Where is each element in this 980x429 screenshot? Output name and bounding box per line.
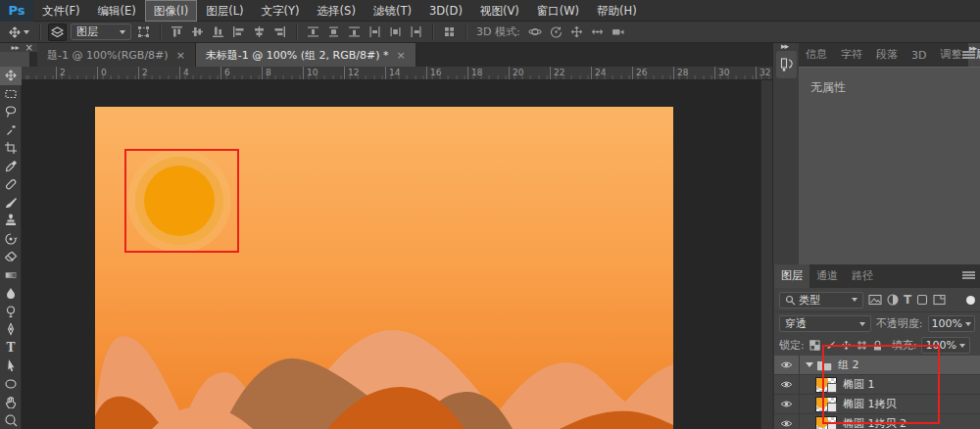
menu-type[interactable]: 文字(Y): [253, 0, 309, 22]
collapse-icon[interactable]: ▸▸: [12, 44, 20, 52]
visibility-cell[interactable]: [774, 414, 800, 429]
align-right-button[interactable]: [271, 24, 288, 41]
3d-slide-button[interactable]: [589, 24, 606, 41]
history-panel-button[interactable]: [776, 51, 797, 78]
align-top-button[interactable]: [169, 24, 185, 41]
lasso-tool[interactable]: [0, 103, 22, 121]
spot-healing-brush-tool[interactable]: [0, 175, 22, 194]
eyedropper-tool[interactable]: [0, 158, 22, 176]
layer-filter-dropdown[interactable]: 类型: [779, 292, 863, 309]
panel-tab[interactable]: 信息: [799, 43, 834, 67]
menu-filter[interactable]: 滤镜(T): [365, 0, 420, 22]
layer-row[interactable]: 椭圆 1: [774, 375, 980, 395]
document-canvas[interactable]: [95, 107, 673, 429]
visibility-cell[interactable]: [774, 375, 800, 394]
menu-edit[interactable]: 编辑(E): [89, 0, 145, 22]
history-brush-tool[interactable]: [0, 230, 22, 249]
distribute-bottom-button[interactable]: [346, 24, 363, 41]
layer-thumbnail[interactable]: [815, 377, 837, 393]
fill-field[interactable]: 100%: [921, 337, 970, 354]
layer-row[interactable]: 椭圆 1拷贝 2: [774, 414, 980, 429]
auto-select-target-dropdown[interactable]: 图层: [71, 24, 131, 40]
distribute-horizontal-center-button[interactable]: [387, 24, 404, 41]
rectangular-marquee-tool[interactable]: [0, 85, 22, 104]
panel-menu-icon[interactable]: [962, 271, 975, 280]
dock-collapse-icon[interactable]: ▸▸: [781, 42, 788, 51]
distribute-vertical-center-button[interactable]: [325, 24, 342, 41]
smart-object-filter-icon[interactable]: [933, 294, 946, 306]
panel-tab[interactable]: 段落: [869, 43, 905, 67]
canvas-work-area[interactable]: [22, 80, 772, 429]
layer-thumbnail[interactable]: [815, 397, 837, 412]
lock-artboard-icon[interactable]: [857, 340, 867, 351]
dodge-tool[interactable]: [0, 303, 22, 321]
document-tab-1[interactable]: 题-1 @ 100%(RGB/8#) ×: [37, 43, 196, 67]
document-tab-2[interactable]: 未标题-1 @ 100% (组 2, RGB/8#) * ×: [196, 43, 416, 67]
pixel-layer-filter-icon[interactable]: [868, 294, 882, 306]
panel-tab[interactable]: 字符: [834, 43, 869, 67]
menu-window[interactable]: 窗口(W): [528, 0, 588, 22]
layer-filter-toggle[interactable]: [966, 296, 975, 305]
brush-tool[interactable]: [0, 194, 22, 213]
layer-row[interactable]: 椭圆 1拷贝: [774, 395, 980, 414]
quick-selection-tool[interactable]: [0, 121, 22, 140]
adjustment-layer-filter-icon[interactable]: [887, 294, 899, 306]
zoom-tool[interactable]: [0, 411, 22, 429]
close-icon[interactable]: ×: [25, 44, 33, 52]
align-bottom-button[interactable]: [210, 24, 226, 41]
distribute-spacing-button[interactable]: [441, 24, 458, 41]
align-vertical-center-button[interactable]: [189, 24, 206, 41]
lock-position-icon[interactable]: [841, 340, 852, 351]
menu-layer[interactable]: 图层(L): [197, 0, 252, 22]
type-layer-filter-icon[interactable]: T: [904, 293, 911, 307]
lock-all-icon[interactable]: [872, 340, 883, 352]
panel-tab[interactable]: 路径: [845, 264, 880, 288]
path-selection-tool[interactable]: [0, 357, 22, 375]
vertical-scrollbar[interactable]: [760, 80, 772, 429]
type-tool[interactable]: T: [0, 339, 22, 358]
blend-mode-dropdown[interactable]: 穿透: [779, 315, 871, 332]
move-tool[interactable]: [0, 67, 22, 85]
show-transform-controls-toggle[interactable]: [135, 24, 152, 41]
ellipse-shape-tool[interactable]: [0, 375, 22, 394]
align-left-button[interactable]: [230, 24, 247, 41]
visibility-cell[interactable]: [774, 395, 800, 413]
horizontal-ruler[interactable]: 202468101214161820222426283032: [22, 67, 772, 80]
group-expand-caret[interactable]: [806, 362, 813, 367]
menu-view[interactable]: 视图(V): [471, 0, 528, 22]
panel-tab[interactable]: 图层: [774, 264, 809, 288]
gradient-tool[interactable]: [0, 266, 22, 285]
menu-help[interactable]: 帮助(H): [588, 0, 646, 22]
crop-tool[interactable]: [0, 139, 22, 158]
lock-image-pixels-icon[interactable]: [825, 340, 836, 351]
visibility-cell[interactable]: [774, 356, 800, 374]
close-icon[interactable]: ×: [176, 49, 185, 62]
lock-transparent-pixels-icon[interactable]: [809, 340, 820, 351]
layer-row-group[interactable]: 组 2: [774, 356, 980, 375]
hand-tool[interactable]: [0, 393, 22, 411]
opacity-field[interactable]: 100%: [928, 315, 975, 332]
panel-menu-icon[interactable]: [962, 51, 975, 60]
panel-tab[interactable]: 通道: [809, 264, 845, 288]
auto-select-toggle[interactable]: [48, 24, 67, 41]
menu-select[interactable]: 选择(S): [309, 0, 365, 22]
align-horizontal-center-button[interactable]: [251, 24, 268, 41]
pen-tool[interactable]: [0, 320, 22, 339]
eraser-tool[interactable]: [0, 248, 22, 266]
clone-stamp-tool[interactable]: [0, 212, 22, 230]
3d-pan-button[interactable]: [568, 24, 585, 41]
current-tool-button[interactable]: [6, 24, 31, 41]
blur-tool[interactable]: [0, 284, 22, 303]
close-icon[interactable]: ×: [396, 49, 405, 62]
panel-tab[interactable]: 3D: [905, 45, 933, 67]
photoshop-logo[interactable]: Ps: [0, 0, 33, 22]
shape-layer-filter-icon[interactable]: [916, 294, 928, 306]
distribute-top-button[interactable]: [305, 24, 321, 41]
distribute-right-button[interactable]: [408, 24, 424, 41]
menu-3d[interactable]: 3D(D): [420, 0, 471, 22]
menu-image[interactable]: 图像(I): [145, 0, 197, 22]
3d-orbit-button[interactable]: [526, 24, 544, 41]
3d-camera-button[interactable]: [610, 24, 627, 41]
menu-file[interactable]: 文件(F): [33, 0, 89, 22]
distribute-left-button[interactable]: [367, 24, 383, 41]
